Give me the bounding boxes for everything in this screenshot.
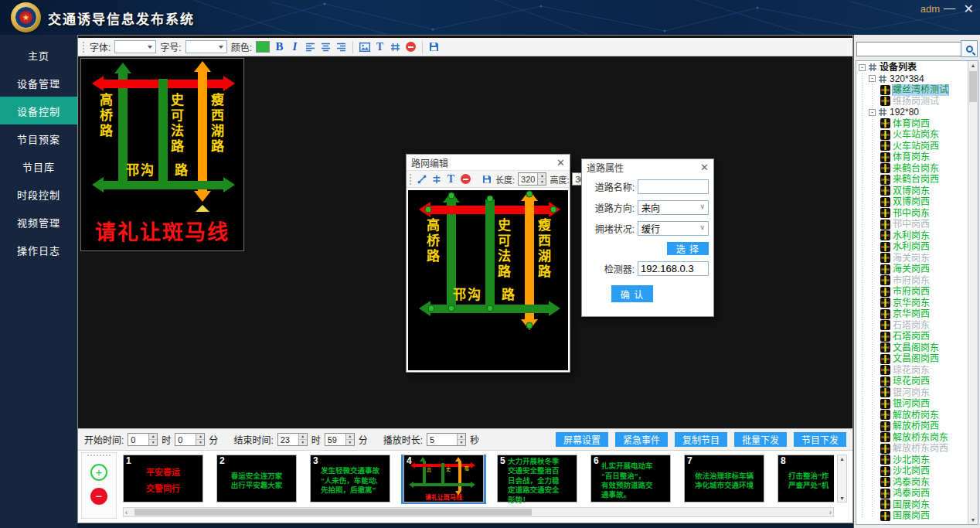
tree-device[interactable]: 海关岗东: [856, 253, 968, 264]
tree-device[interactable]: 国展岗西: [856, 510, 968, 522]
minimize-icon[interactable]: —: [944, 1, 955, 14]
road-handle[interactable]: [487, 196, 494, 203]
sidebar-item-3[interactable]: 设备控制: [0, 97, 77, 124]
tree-device[interactable]: 水利岗西: [856, 241, 968, 253]
duration-spinner[interactable]: 5 ▲▼: [427, 433, 466, 446]
spinner-arrows-icon[interactable]: ▲▼: [537, 173, 546, 185]
detector-input[interactable]: [638, 261, 709, 276]
tree-device[interactable]: 海关岗西: [856, 264, 968, 275]
text-tool-icon[interactable]: T: [374, 40, 386, 53]
tree-device[interactable]: 京华岗西: [856, 308, 968, 320]
tree-device[interactable]: 银河岗西: [856, 398, 968, 410]
search-button[interactable]: [961, 40, 978, 57]
road-network-icon[interactable]: [390, 40, 401, 53]
sidebar-item-1[interactable]: 主页: [0, 41, 77, 69]
scroll-left-icon[interactable]: ‹: [125, 509, 128, 516]
road-handle[interactable]: [448, 192, 455, 199]
road-handle[interactable]: [550, 206, 557, 213]
action-button-5[interactable]: 节目下发: [794, 432, 846, 447]
start-hour-spinner[interactable]: 0 ▲▼: [128, 433, 158, 446]
collapse-box-icon[interactable]: -: [859, 64, 866, 71]
collapse-box-icon[interactable]: -: [869, 109, 876, 116]
tree-device[interactable]: 火车站岗西: [856, 141, 968, 152]
road-handle[interactable]: [428, 305, 435, 312]
tree-vertical-scrollbar[interactable]: ▲ ▼: [968, 61, 978, 524]
sidebar-item-7[interactable]: 视频管理: [0, 208, 77, 236]
tree-group-2[interactable]: -192*80: [856, 107, 968, 118]
playlist-item-4[interactable]: 4高史瘦请礼让斑马线: [403, 455, 484, 502]
tree-device[interactable]: 邗中岗西: [856, 219, 968, 230]
add-road-icon[interactable]: [430, 172, 442, 186]
tree-device[interactable]: 水利岗东: [856, 230, 968, 242]
tree-device[interactable]: 国展岗东: [856, 499, 968, 511]
scroll-down-icon[interactable]: ▼: [838, 496, 846, 501]
playlist-item-2[interactable]: 2春运安全连万家出行平安靠大家: [216, 455, 297, 502]
tree-device[interactable]: 文昌阁岗西: [856, 353, 968, 365]
congestion-select[interactable]: 缓行 ∨: [638, 221, 709, 236]
led-sign-preview[interactable]: 高桥路 史可法路 瘦西湖路 邗沟 路 请礼让斑马线: [80, 58, 244, 251]
action-button-3[interactable]: 复制节目: [675, 432, 727, 447]
tree-device[interactable]: 沙北岗西: [856, 465, 968, 477]
tree-device[interactable]: 双博岗东: [856, 186, 968, 197]
spinner-arrows-icon[interactable]: ▲▼: [196, 434, 204, 445]
scrollbar-thumb[interactable]: [134, 509, 532, 516]
road-handle[interactable]: [425, 206, 432, 213]
start-minute-spinner[interactable]: 0 ▲▼: [175, 433, 205, 446]
tree-device[interactable]: 维扬岗测试: [856, 96, 968, 107]
save-icon[interactable]: [428, 40, 440, 53]
insert-image-icon[interactable]: [359, 40, 370, 53]
sidebar-item-5[interactable]: 节目库: [0, 152, 77, 180]
end-hour-spinner[interactable]: 23 ▲▼: [277, 433, 308, 446]
sidebar-item-6[interactable]: 时段控制: [0, 180, 77, 208]
sidebar-item-2[interactable]: 设备管理: [0, 69, 77, 97]
tree-device[interactable]: 火车站岗东: [856, 129, 968, 141]
tree-device[interactable]: 解放桥东岗东: [856, 432, 968, 444]
collapse-box-icon[interactable]: -: [869, 75, 876, 82]
action-button-2[interactable]: 紧急事件: [615, 432, 668, 447]
close-icon[interactable]: ✕: [556, 157, 565, 169]
tree-device[interactable]: 琼花岗西: [856, 376, 968, 387]
action-button-4[interactable]: 批量下发: [734, 432, 787, 447]
save-icon[interactable]: [481, 172, 492, 186]
tree-device[interactable]: 螺丝湾桥测试: [856, 84, 968, 96]
length-spinner[interactable]: 320 ▲▼: [518, 172, 546, 186]
logged-in-user[interactable]: adm: [920, 3, 940, 15]
spinner-arrows-icon[interactable]: ▲▼: [457, 434, 465, 445]
road-editor-canvas[interactable]: 高桥路 史可法路 瘦西湖路 邗沟 路: [408, 190, 568, 370]
tree-device[interactable]: 鸿泰岗西: [856, 488, 968, 499]
add-program-button[interactable]: +: [90, 464, 107, 481]
draw-line-icon[interactable]: [416, 172, 427, 186]
road-handle[interactable]: [487, 305, 494, 312]
road-handle[interactable]: [526, 191, 533, 198]
tree-device[interactable]: 鸿泰岗东: [856, 477, 968, 489]
remove-program-button[interactable]: −: [90, 488, 107, 505]
playlist-vertical-scrollbar[interactable]: ▲ ▼: [837, 455, 847, 502]
select-detector-button[interactable]: 选 择: [667, 242, 709, 255]
playlist-item-5[interactable]: 5大力开展秋冬季交通安全整治百日会战，全力稳定道路交通安全形势！: [497, 455, 577, 502]
action-button-1[interactable]: 屏幕设置: [556, 432, 608, 447]
tree-device[interactable]: 京华岗东: [856, 298, 968, 309]
dialog-titlebar[interactable]: 路网编辑 ✕: [407, 155, 570, 170]
scroll-up-icon[interactable]: ▲: [838, 456, 846, 462]
road-handle[interactable]: [448, 305, 455, 312]
sidebar-item-8[interactable]: 操作日志: [0, 236, 77, 264]
text-tool-icon[interactable]: T: [445, 172, 457, 186]
tree-device[interactable]: 石塔岗东: [856, 320, 968, 332]
spinner-arrows-icon[interactable]: ▲▼: [148, 434, 157, 445]
playlist-item-3[interactable]: 3发生轻微交通事故“人未伤，车能动,先拍照，后撤离”: [310, 455, 390, 502]
align-center-icon[interactable]: [320, 40, 332, 53]
scroll-down-icon[interactable]: ▼: [968, 517, 978, 523]
playlist-item-1[interactable]: 1平安春运交警同行: [123, 455, 203, 502]
tree-device[interactable]: 体育岗西: [856, 118, 968, 130]
road-direction-select[interactable]: 来向 ∨: [638, 200, 709, 215]
tree-device[interactable]: 银河岗东: [856, 387, 968, 399]
delete-icon[interactable]: [405, 40, 417, 53]
tree-device[interactable]: 石塔岗西: [856, 331, 968, 342]
color-swatch[interactable]: [256, 41, 270, 53]
scroll-right-icon[interactable]: ›: [829, 509, 832, 516]
tree-device[interactable]: 解放桥岗东: [856, 410, 968, 421]
tree-device[interactable]: 双博岗西: [856, 196, 968, 208]
confirm-button[interactable]: 确 认: [611, 285, 653, 302]
delete-icon[interactable]: [460, 172, 471, 186]
dialog-titlebar[interactable]: 道路属性 ✕: [582, 159, 713, 175]
